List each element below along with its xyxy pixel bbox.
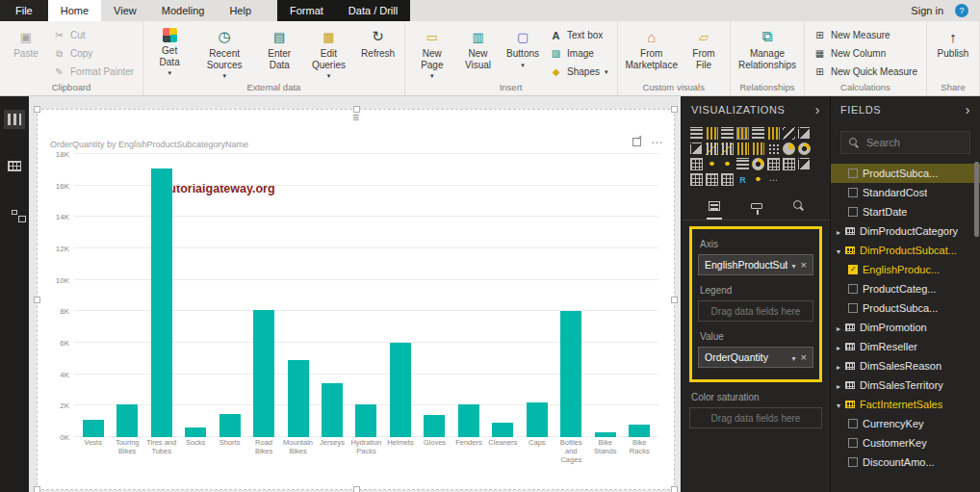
100-stacked-bar-chart-icon[interactable]: [752, 127, 764, 140]
field-checkbox[interactable]: [848, 188, 858, 197]
new-measure-button[interactable]: New Measure: [810, 26, 921, 44]
tab-format[interactable]: Format: [277, 0, 336, 21]
resize-handle[interactable]: [671, 486, 678, 492]
from-marketplace-button[interactable]: From Marketplace: [623, 24, 681, 70]
model-view-button[interactable]: [4, 202, 25, 221]
copy-button[interactable]: Copy: [49, 44, 138, 63]
collapse-pane-icon[interactable]: [815, 102, 820, 117]
tab-home[interactable]: Home: [48, 0, 101, 21]
tab-data-drill[interactable]: Data / Drill: [336, 0, 410, 21]
bar[interactable]: [492, 423, 513, 437]
field-table-row[interactable]: FactInternetSales: [831, 395, 980, 414]
line-clustered-column-chart-icon[interactable]: [706, 142, 718, 155]
bar[interactable]: [595, 432, 616, 437]
field-row[interactable]: CurrencyKey: [831, 414, 980, 433]
axis-field-well[interactable]: EnglishProductSubcateg: [698, 254, 813, 275]
sign-in-link[interactable]: Sign in: [911, 5, 943, 16]
more-visuals-icon[interactable]: ⋯: [767, 173, 780, 186]
clustered-bar-chart-icon[interactable]: [721, 127, 734, 140]
card-icon[interactable]: [767, 158, 780, 170]
treemap-icon[interactable]: [690, 158, 703, 170]
field-row[interactable]: StandardCost: [831, 183, 980, 202]
recent-sources-button[interactable]: Recent Sources: [193, 24, 256, 80]
clustered-column-chart-icon[interactable]: [736, 127, 749, 140]
bar[interactable]: [185, 427, 206, 437]
edit-queries-button[interactable]: Edit Queries: [302, 24, 354, 80]
ribbon-chart-icon[interactable]: [736, 142, 749, 155]
paste-button[interactable]: Paste: [5, 24, 47, 60]
line-stacked-column-chart-icon[interactable]: [721, 142, 734, 155]
field-table-row[interactable]: DimProductSubcat...: [831, 241, 980, 260]
text-box-button[interactable]: Text box: [546, 26, 611, 44]
field-checkbox[interactable]: [848, 284, 858, 294]
map-icon[interactable]: [706, 158, 718, 170]
filled-map-icon[interactable]: [721, 158, 734, 170]
remove-field-icon[interactable]: [801, 259, 807, 271]
field-checkbox[interactable]: [848, 168, 858, 178]
field-table-row[interactable]: DimSalesReason: [831, 356, 980, 375]
new-column-button[interactable]: New Column: [810, 44, 921, 63]
bar[interactable]: [219, 414, 241, 438]
line-chart-icon[interactable]: [783, 127, 795, 140]
bar[interactable]: [322, 383, 343, 437]
bar[interactable]: [629, 425, 650, 437]
field-row[interactable]: ProductSubca...: [831, 164, 980, 183]
bar[interactable]: [83, 420, 104, 437]
bar[interactable]: [355, 404, 376, 437]
table-icon[interactable]: [706, 173, 718, 186]
format-painter-button[interactable]: Format Painter: [49, 63, 138, 81]
bar[interactable]: [527, 402, 548, 437]
field-checkbox[interactable]: [848, 207, 858, 217]
chevron-expanded-icon[interactable]: [837, 399, 840, 410]
new-page-button[interactable]: New Page: [410, 24, 454, 80]
field-checkbox[interactable]: [848, 303, 858, 313]
funnel-chart-icon[interactable]: [736, 158, 749, 170]
field-row[interactable]: CustomerKey: [831, 433, 980, 453]
gauge-icon[interactable]: [752, 158, 764, 170]
cut-button[interactable]: Cut: [49, 26, 138, 44]
pie-chart-icon[interactable]: [783, 142, 795, 155]
chevron-collapsed-icon[interactable]: [837, 225, 840, 237]
chevron-collapsed-icon[interactable]: [837, 341, 840, 352]
resize-handle[interactable]: [671, 106, 678, 113]
area-chart-icon[interactable]: [798, 127, 811, 140]
drag-grip-icon[interactable]: [352, 112, 359, 123]
stacked-bar-chart-icon[interactable]: [690, 127, 703, 140]
resize-handle[interactable]: [353, 486, 360, 492]
arcgis-map-icon[interactable]: [752, 173, 764, 186]
resize-handle[interactable]: [34, 297, 40, 303]
field-row[interactable]: ProductCateg...: [831, 279, 980, 298]
tab-fields[interactable]: [707, 194, 722, 220]
from-file-button[interactable]: From File: [683, 24, 725, 70]
field-row[interactable]: ProductSubca...: [831, 298, 980, 318]
resize-handle[interactable]: [34, 486, 40, 492]
chevron-down-icon[interactable]: [792, 351, 796, 363]
buttons-button[interactable]: Buttons: [502, 24, 544, 69]
slicer-icon[interactable]: [690, 173, 703, 186]
field-checkbox[interactable]: [848, 457, 858, 467]
color-saturation-field-well[interactable]: Drag data fields here: [689, 407, 822, 428]
bar[interactable]: [253, 310, 274, 437]
get-data-button[interactable]: Get Data: [148, 24, 191, 77]
scrollbar-thumb[interactable]: [974, 162, 979, 237]
search-input[interactable]: [866, 137, 962, 148]
stacked-area-chart-icon[interactable]: [690, 142, 703, 155]
bar[interactable]: [288, 360, 309, 437]
bar[interactable]: [458, 404, 479, 437]
field-checkbox[interactable]: [848, 419, 858, 428]
publish-button[interactable]: Publish: [932, 24, 974, 60]
chevron-collapsed-icon[interactable]: [837, 360, 840, 372]
bar[interactable]: [424, 415, 445, 437]
bar[interactable]: [151, 168, 172, 437]
bar[interactable]: [560, 311, 581, 437]
chevron-collapsed-icon[interactable]: [837, 379, 840, 391]
value-field-well[interactable]: OrderQuantity: [698, 347, 813, 368]
field-table-row[interactable]: DimReseller: [831, 337, 980, 356]
shapes-button[interactable]: Shapes: [546, 63, 611, 81]
new-quick-measure-button[interactable]: New Quick Measure: [810, 63, 921, 81]
waterfall-chart-icon[interactable]: [752, 142, 764, 155]
field-checkbox[interactable]: [848, 438, 858, 448]
r-script-visual-icon[interactable]: R: [736, 173, 749, 186]
refresh-button[interactable]: Refresh: [357, 24, 400, 60]
more-options-icon[interactable]: [651, 133, 662, 150]
